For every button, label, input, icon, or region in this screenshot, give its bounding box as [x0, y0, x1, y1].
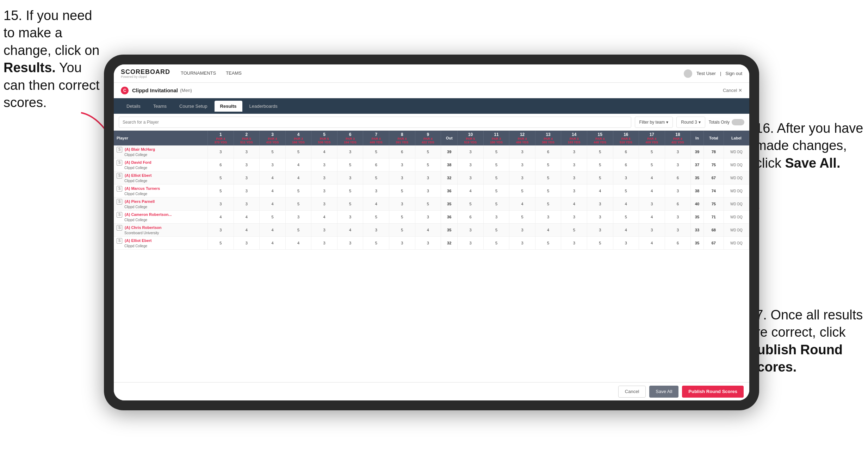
score-front-5-3[interactable]: 3 — [285, 211, 311, 224]
score-front-0-6[interactable]: 5 — [363, 145, 389, 158]
score-back-2-0[interactable]: 3 — [458, 172, 484, 185]
score-front-5-4[interactable]: 4 — [311, 211, 337, 224]
score-back-4-5[interactable]: 3 — [587, 198, 613, 211]
score-back-1-3[interactable]: 5 — [535, 158, 561, 172]
wd-label-2[interactable]: WD — [730, 176, 736, 180]
score-front-3-0[interactable]: 5 — [208, 185, 234, 198]
score-front-7-0[interactable]: 5 — [208, 237, 234, 250]
score-front-1-6[interactable]: 6 — [363, 158, 389, 172]
score-front-6-6[interactable]: 3 — [363, 224, 389, 237]
score-back-1-5[interactable]: 5 — [587, 158, 613, 172]
score-back-2-4[interactable]: 3 — [561, 172, 587, 185]
search-input[interactable] — [119, 117, 631, 128]
score-back-1-1[interactable]: 5 — [483, 158, 509, 172]
score-back-5-6[interactable]: 5 — [613, 211, 639, 224]
wd-label-1[interactable]: WD — [730, 163, 736, 167]
score-front-3-8[interactable]: 3 — [415, 185, 441, 198]
score-back-6-8[interactable]: 3 — [665, 224, 691, 237]
dq-label-3[interactable]: DQ — [737, 189, 743, 193]
score-back-2-7[interactable]: 4 — [639, 172, 665, 185]
score-front-2-0[interactable]: 5 — [208, 172, 234, 185]
score-front-5-8[interactable]: 3 — [415, 211, 441, 224]
score-back-7-1[interactable]: 5 — [483, 237, 509, 250]
score-front-3-2[interactable]: 4 — [260, 185, 286, 198]
score-back-2-8[interactable]: 6 — [665, 172, 691, 185]
score-front-2-4[interactable]: 3 — [311, 172, 337, 185]
score-back-6-3[interactable]: 4 — [535, 224, 561, 237]
tab-leaderboards[interactable]: Leaderboards — [244, 101, 283, 112]
score-front-7-7[interactable]: 3 — [389, 237, 415, 250]
score-front-0-3[interactable]: 5 — [285, 145, 311, 158]
score-back-4-1[interactable]: 5 — [483, 198, 509, 211]
wd-label-7[interactable]: WD — [730, 241, 736, 245]
score-back-2-5[interactable]: 5 — [587, 172, 613, 185]
score-front-0-7[interactable]: 6 — [389, 145, 415, 158]
score-back-6-5[interactable]: 3 — [587, 224, 613, 237]
score-back-0-4[interactable]: 3 — [561, 145, 587, 158]
score-front-1-3[interactable]: 4 — [285, 158, 311, 172]
score-back-4-0[interactable]: 5 — [458, 198, 484, 211]
nav-tournaments[interactable]: TOURNAMENTS — [181, 70, 216, 77]
score-front-1-5[interactable]: 5 — [337, 158, 363, 172]
score-back-7-3[interactable]: 5 — [535, 237, 561, 250]
score-front-4-6[interactable]: 4 — [363, 198, 389, 211]
score-back-0-8[interactable]: 3 — [665, 145, 691, 158]
score-back-3-2[interactable]: 5 — [509, 185, 535, 198]
score-front-5-1[interactable]: 4 — [234, 211, 260, 224]
wd-label-0[interactable]: WD — [730, 150, 736, 154]
score-front-4-1[interactable]: 3 — [234, 198, 260, 211]
score-front-5-2[interactable]: 5 — [260, 211, 286, 224]
score-back-1-4[interactable]: 3 — [561, 158, 587, 172]
score-back-5-0[interactable]: 6 — [458, 211, 484, 224]
score-front-7-5[interactable]: 3 — [337, 237, 363, 250]
score-front-5-6[interactable]: 5 — [363, 211, 389, 224]
score-front-3-3[interactable]: 5 — [285, 185, 311, 198]
score-front-6-0[interactable]: 3 — [208, 224, 234, 237]
score-back-3-3[interactable]: 5 — [535, 185, 561, 198]
score-front-4-4[interactable]: 3 — [311, 198, 337, 211]
score-back-3-4[interactable]: 3 — [561, 185, 587, 198]
dq-label-6[interactable]: DQ — [737, 228, 743, 232]
score-front-3-7[interactable]: 5 — [389, 185, 415, 198]
score-back-4-7[interactable]: 3 — [639, 198, 665, 211]
score-front-6-7[interactable]: 5 — [389, 224, 415, 237]
score-back-2-3[interactable]: 5 — [535, 172, 561, 185]
score-front-4-5[interactable]: 5 — [337, 198, 363, 211]
score-front-0-5[interactable]: 3 — [337, 145, 363, 158]
score-back-1-2[interactable]: 3 — [509, 158, 535, 172]
score-front-5-7[interactable]: 5 — [389, 211, 415, 224]
score-back-0-7[interactable]: 5 — [639, 145, 665, 158]
tab-details[interactable]: Details — [121, 101, 146, 112]
score-back-7-8[interactable]: 6 — [665, 237, 691, 250]
score-front-3-4[interactable]: 3 — [311, 185, 337, 198]
score-front-6-5[interactable]: 4 — [337, 224, 363, 237]
score-back-0-5[interactable]: 5 — [587, 145, 613, 158]
score-back-6-1[interactable]: 5 — [483, 224, 509, 237]
score-front-2-2[interactable]: 4 — [260, 172, 286, 185]
score-back-7-4[interactable]: 3 — [561, 237, 587, 250]
score-back-0-3[interactable]: 6 — [535, 145, 561, 158]
score-front-6-2[interactable]: 4 — [260, 224, 286, 237]
score-back-3-7[interactable]: 4 — [639, 185, 665, 198]
score-front-2-7[interactable]: 3 — [389, 172, 415, 185]
score-front-4-2[interactable]: 4 — [260, 198, 286, 211]
cancel-button[interactable]: Cancel — [618, 386, 646, 398]
score-back-4-3[interactable]: 5 — [535, 198, 561, 211]
score-front-6-3[interactable]: 5 — [285, 224, 311, 237]
wd-label-4[interactable]: WD — [730, 202, 736, 206]
score-back-5-8[interactable]: 3 — [665, 211, 691, 224]
dq-label-1[interactable]: DQ — [737, 163, 743, 167]
score-front-7-8[interactable]: 3 — [415, 237, 441, 250]
score-front-2-6[interactable]: 5 — [363, 172, 389, 185]
nav-teams[interactable]: TEAMS — [226, 70, 242, 77]
score-front-7-1[interactable]: 3 — [234, 237, 260, 250]
score-front-0-8[interactable]: 5 — [415, 145, 441, 158]
score-back-1-6[interactable]: 6 — [613, 158, 639, 172]
score-back-5-2[interactable]: 5 — [509, 211, 535, 224]
score-front-1-2[interactable]: 3 — [260, 158, 286, 172]
score-back-3-0[interactable]: 4 — [458, 185, 484, 198]
score-front-7-6[interactable]: 5 — [363, 237, 389, 250]
score-back-4-4[interactable]: 4 — [561, 198, 587, 211]
score-front-2-8[interactable]: 3 — [415, 172, 441, 185]
score-back-3-1[interactable]: 5 — [483, 185, 509, 198]
